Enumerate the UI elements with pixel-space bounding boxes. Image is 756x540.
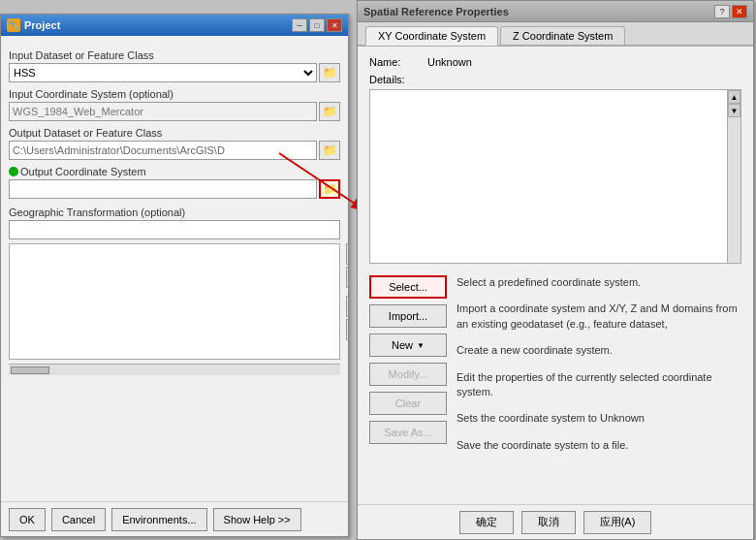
- save-as-description: Save the coordinate system to a file.: [457, 438, 741, 453]
- green-dot-indicator: [9, 167, 18, 176]
- details-scrollbar[interactable]: ▲ ▼: [727, 90, 740, 263]
- output-dataset-row: 📁: [9, 141, 340, 160]
- output-dataset-label: Output Dataset or Feature Class: [9, 127, 340, 139]
- input-dataset-label: Input Dataset or Feature Class: [9, 49, 340, 61]
- output-coord-row: 📁: [9, 179, 340, 199]
- input-dataset-browse-button[interactable]: 📁: [319, 63, 340, 82]
- minimize-button[interactable]: ─: [292, 18, 307, 32]
- modify-description: Edit the properties of the currently sel…: [457, 370, 741, 400]
- input-coord-browse-button[interactable]: 📁: [319, 102, 340, 121]
- spatial-title: Spatial Reference Properties: [363, 6, 509, 17]
- project-footer: OK Cancel Environments... Show Help >>: [1, 501, 348, 536]
- apply-button[interactable]: 应用(A): [583, 511, 652, 534]
- name-value: Unknown: [427, 56, 472, 68]
- modify-button[interactable]: Modify...: [369, 363, 447, 386]
- save-as-button[interactable]: Save As...: [369, 421, 447, 444]
- confirm-button[interactable]: 确定: [459, 511, 514, 534]
- output-dataset-browse-button[interactable]: 📁: [319, 141, 340, 160]
- output-coord-label: Output Coordinate System: [20, 166, 146, 177]
- action-descriptions: Select a predefined coordinate system. I…: [457, 275, 741, 464]
- output-coord-container: Output Coordinate System: [9, 166, 340, 177]
- name-label: Name:: [369, 56, 427, 68]
- clear-description: Sets the coordinate system to Unknown: [457, 411, 741, 426]
- action-buttons: Select... Import... New ▼ Modify... Clea…: [369, 275, 447, 464]
- import-description: Import a coordinate system and X/Y, Z an…: [457, 302, 741, 332]
- spatial-controls: ? ✕: [714, 5, 747, 18]
- select-description: Select a predefined coordinate system.: [457, 275, 741, 290]
- horizontal-scrollbar[interactable]: [9, 364, 340, 375]
- geo-transform-input[interactable]: [9, 220, 340, 239]
- new-dropdown-arrow: ▼: [417, 341, 425, 350]
- spatial-cancel-button[interactable]: 取消: [521, 511, 576, 534]
- titlebar-controls: ─ □ ✕: [292, 18, 342, 32]
- spatial-close-button[interactable]: ✕: [732, 5, 747, 18]
- geo-transform-label: Geographic Transformation (optional): [9, 206, 340, 218]
- project-icon: 🔧: [7, 18, 20, 32]
- input-dataset-row: HSS 📁: [9, 63, 340, 82]
- show-help-button[interactable]: Show Help >>: [213, 508, 301, 531]
- import-button[interactable]: Import...: [369, 304, 447, 328]
- new-description: Create a new coordinate system.: [457, 343, 741, 358]
- project-title: Project: [24, 19, 60, 31]
- geo-transform-toolbar: + ✕ ↑ ↓: [346, 243, 348, 340]
- clear-button[interactable]: Clear: [369, 392, 447, 415]
- move-up-geo-button[interactable]: ↑: [346, 296, 348, 317]
- titlebar-left: 🔧 Project: [7, 18, 60, 32]
- input-coord-label: Input Coordinate System (optional): [9, 88, 340, 100]
- geo-transform-row: [9, 220, 340, 239]
- tab-xy-coordinate[interactable]: XY Coordinate System: [365, 26, 498, 46]
- input-coord-input[interactable]: [9, 102, 317, 121]
- scroll-down-arrow[interactable]: ▼: [728, 104, 740, 117]
- add-geo-button[interactable]: +: [346, 243, 348, 265]
- environments-button[interactable]: Environments...: [111, 508, 206, 531]
- spatial-titlebar: Spatial Reference Properties ? ✕: [358, 1, 753, 22]
- spatial-help-button[interactable]: ?: [714, 5, 730, 18]
- close-button[interactable]: ✕: [327, 18, 342, 32]
- spatial-footer: 确定 取消 应用(A): [358, 504, 753, 539]
- new-button[interactable]: New ▼: [369, 334, 447, 357]
- input-coord-row: 📁: [9, 102, 340, 121]
- move-down-geo-button[interactable]: ↓: [346, 319, 348, 340]
- output-dataset-input[interactable]: [9, 141, 317, 160]
- maximize-button[interactable]: □: [309, 18, 325, 32]
- scroll-up-arrow[interactable]: ▲: [728, 90, 740, 104]
- tab-z-coordinate[interactable]: Z Coordinate System: [500, 26, 625, 45]
- details-label: Details:: [369, 74, 741, 85]
- select-button[interactable]: Select...: [369, 275, 447, 299]
- ok-button[interactable]: OK: [9, 508, 46, 531]
- cancel-button[interactable]: Cancel: [51, 508, 106, 531]
- project-titlebar: 🔧 Project ─ □ ✕: [1, 15, 348, 36]
- output-coord-browse-button[interactable]: 📁: [319, 179, 340, 199]
- remove-geo-button[interactable]: ✕: [346, 267, 348, 288]
- spatial-content: Name: Unknown Details: ▲ ▼ Select... Imp…: [358, 47, 753, 474]
- geo-transform-listbox[interactable]: [9, 243, 340, 360]
- tab-bar: XY Coordinate System Z Coordinate System: [358, 22, 753, 47]
- name-row: Name: Unknown: [369, 56, 741, 68]
- details-box: ▲ ▼: [369, 89, 741, 264]
- spatial-reference-window: Spatial Reference Properties ? ✕ XY Coor…: [357, 0, 754, 540]
- input-dataset-select[interactable]: HSS: [9, 63, 317, 82]
- scroll-thumb[interactable]: [11, 366, 49, 374]
- action-area: Select... Import... New ▼ Modify... Clea…: [369, 275, 741, 464]
- geo-transform-area: + ✕ ↑ ↓: [9, 243, 340, 360]
- project-window: 🔧 Project ─ □ ✕ Input Dataset or Feature…: [0, 14, 349, 537]
- output-coord-input[interactable]: [9, 179, 317, 199]
- project-content: Input Dataset or Feature Class HSS 📁 Inp…: [1, 36, 348, 501]
